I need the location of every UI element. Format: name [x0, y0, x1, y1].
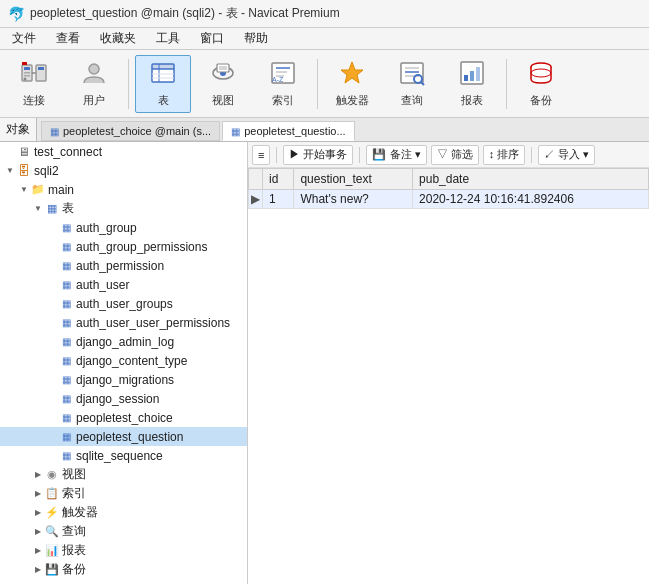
user-icon [80, 59, 108, 91]
report-folder-icon: 📊 [44, 543, 60, 559]
tab-label: peopletest_questio... [244, 125, 346, 137]
query-folder-icon: 🔍 [44, 524, 60, 540]
sidebar-item-test_connect[interactable]: 🖥test_connect [0, 142, 247, 161]
sidebar-item-auth_user[interactable]: ▦auth_user [0, 275, 247, 294]
expand-arrow: ▶ [32, 564, 44, 576]
sidebar-item-label: django_content_type [76, 354, 187, 368]
tab-choice[interactable]: ▦peopletest_choice @main (s... [41, 121, 220, 141]
sidebar-item-peopletest_question[interactable]: ▦peopletest_question [0, 427, 247, 446]
menu-item-工具[interactable]: 工具 [150, 28, 186, 49]
cell-id[interactable]: 1 [263, 190, 294, 209]
toolbar-btn-backup[interactable]: 备份 [513, 55, 569, 113]
toolbar-btn-connect[interactable]: 连接 [6, 55, 62, 113]
toolbar-separator [317, 59, 318, 109]
ct-btn-filter[interactable]: ▽ 筛选 [431, 145, 479, 165]
col-id[interactable]: id [263, 169, 294, 190]
col-indicator [249, 169, 263, 190]
sidebar-item-auth_user_user_permissions[interactable]: ▦auth_user_user_permissions [0, 313, 247, 332]
sidebar-item-django_migrations[interactable]: ▦django_migrations [0, 370, 247, 389]
sidebar-item-django_content_type[interactable]: ▦django_content_type [0, 351, 247, 370]
sidebar-item-label: main [48, 183, 74, 197]
table-icon: ▦ [58, 429, 74, 445]
toolbar-btn-view[interactable]: 视图 [195, 55, 251, 113]
table-icon: ▦ [58, 258, 74, 274]
tab-question[interactable]: ▦peopletest_questio... [222, 121, 355, 141]
sidebar-item-auth_user_groups[interactable]: ▦auth_user_groups [0, 294, 247, 313]
view-icon [209, 59, 237, 91]
table-area[interactable]: id question_text pub_date ▶ 1 What's new… [248, 168, 649, 584]
col-pub-date[interactable]: pub_date [413, 169, 649, 190]
ct-btn-import[interactable]: ↙ 导入 ▾ [538, 145, 595, 165]
sidebar-item-main[interactable]: ▼📁main [0, 180, 247, 199]
sidebar-item-trigger_group[interactable]: ▶⚡触发器 [0, 503, 247, 522]
expand-arrow: ▶ [32, 526, 44, 538]
sidebar-item-label: 视图 [62, 466, 86, 483]
expand-arrow: ▶ [32, 507, 44, 519]
user-label: 用户 [83, 93, 105, 108]
sidebar-item-auth_group[interactable]: ▦auth_group [0, 218, 247, 237]
sidebar-item-views_group[interactable]: ▶◉视图 [0, 465, 247, 484]
toolbar-btn-query[interactable]: 查询 [384, 55, 440, 113]
table-icon [149, 59, 177, 91]
index-icon: A-Z [269, 59, 297, 91]
table-label: 表 [158, 93, 169, 108]
svg-point-7 [24, 78, 27, 81]
expand-arrow: ▶ [32, 469, 44, 481]
sidebar-item-django_session[interactable]: ▦django_session [0, 389, 247, 408]
svg-rect-1 [24, 67, 30, 70]
sidebar-item-index_group[interactable]: ▶📋索引 [0, 484, 247, 503]
sidebar-item-query_group[interactable]: ▶🔍查询 [0, 522, 247, 541]
menu-item-收藏夹[interactable]: 收藏夹 [94, 28, 142, 49]
table-icon: ▦ [58, 239, 74, 255]
toolbar-separator [506, 59, 507, 109]
sidebar-item-backup_group[interactable]: ▶💾备份 [0, 560, 247, 579]
sidebar-item-django_admin_log[interactable]: ▦django_admin_log [0, 332, 247, 351]
toolbar-btn-table[interactable]: 表 [135, 55, 191, 113]
menu-item-查看[interactable]: 查看 [50, 28, 86, 49]
expand-arrow: ▶ [32, 545, 44, 557]
sidebar-item-report_group[interactable]: ▶📊报表 [0, 541, 247, 560]
ct-btn-menu[interactable]: ≡ [252, 145, 270, 165]
svg-marker-26 [341, 62, 363, 83]
svg-rect-3 [24, 75, 30, 77]
menu-item-文件[interactable]: 文件 [6, 28, 42, 49]
sidebar-item-label: auth_user [76, 278, 129, 292]
ct-btn-sort[interactable]: ↕ 排序 [483, 145, 526, 165]
table-icon: ▦ [58, 277, 74, 293]
backup-label: 备份 [530, 93, 552, 108]
svg-rect-8 [22, 62, 27, 65]
sidebar-item-label: django_session [76, 392, 159, 406]
main-area: 🖥test_connect▼🗄sqli2▼📁main▼▦表▦auth_group… [0, 142, 649, 584]
ct-btn-transaction[interactable]: ▶ 开始事务 [283, 145, 353, 165]
ct-btn-backup-note[interactable]: 💾 备注 ▾ [366, 145, 426, 165]
content-toolbar-separator [276, 147, 277, 163]
menu-item-窗口[interactable]: 窗口 [194, 28, 230, 49]
cell-question-text[interactable]: What's new? [294, 190, 413, 209]
table-row[interactable]: ▶ 1 What's new? 2020-12-24 10:16:41.8924… [249, 190, 649, 209]
toolbar-separator [128, 59, 129, 109]
table-icon: ▦ [58, 448, 74, 464]
sidebar-item-auth_group_permissions[interactable]: ▦auth_group_permissions [0, 237, 247, 256]
sidebar-item-auth_permission[interactable]: ▦auth_permission [0, 256, 247, 275]
trigger-folder-icon: ⚡ [44, 505, 60, 521]
cell-pub-date[interactable]: 2020-12-24 10:16:41.892406 [413, 190, 649, 209]
sidebar-item-sqli2[interactable]: ▼🗄sqli2 [0, 161, 247, 180]
col-question-text[interactable]: question_text [294, 169, 413, 190]
sidebar-item-peopletest_choice[interactable]: ▦peopletest_choice [0, 408, 247, 427]
toolbar-btn-user[interactable]: 用户 [66, 55, 122, 113]
content-pane: ≡▶ 开始事务💾 备注 ▾▽ 筛选↕ 排序↙ 导入 ▾ id question_… [248, 142, 649, 584]
sidebar-item-label: auth_group_permissions [76, 240, 207, 254]
sidebar-item-tables_group[interactable]: ▼▦表 [0, 199, 247, 218]
ct-btn-label: ↙ 导入 ▾ [544, 147, 589, 162]
toolbar-btn-index[interactable]: A-Z索引 [255, 55, 311, 113]
menu-item-帮助[interactable]: 帮助 [238, 28, 274, 49]
toolbar-btn-trigger[interactable]: 触发器 [324, 55, 380, 113]
sidebar-item-sqlite_sequence[interactable]: ▦sqlite_sequence [0, 446, 247, 465]
query-label: 查询 [401, 93, 423, 108]
toolbar-btn-report[interactable]: 报表 [444, 55, 500, 113]
content-toolbar-separator [531, 147, 532, 163]
svg-rect-27 [401, 63, 423, 83]
expand-arrow: ▼ [4, 165, 16, 177]
index-label: 索引 [272, 93, 294, 108]
table-icon: ▦ [58, 410, 74, 426]
